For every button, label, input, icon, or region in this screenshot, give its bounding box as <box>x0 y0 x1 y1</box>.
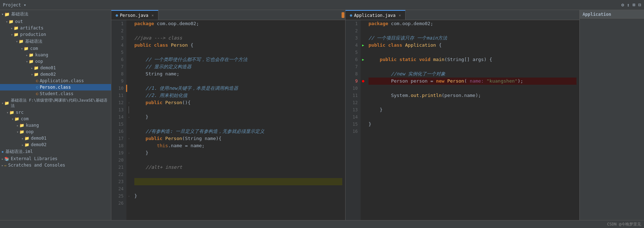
artifacts-label: artifacts <box>20 25 43 31</box>
com-label: com <box>30 46 38 51</box>
sidebar-item-application-class[interactable]: © Application.class <box>0 78 111 84</box>
sidebar-item-kuang[interactable]: ▸ 📁 kuang <box>0 52 111 58</box>
sidebar-item-com[interactable]: ▾ 📁 com <box>0 45 111 52</box>
oop-label: oop <box>35 59 43 64</box>
expand-icon[interactable]: ⊟ <box>638 2 641 8</box>
code-line-7: // 显示的定义构造器 <box>134 63 342 70</box>
com-folder-icon: 📁 <box>24 46 29 51</box>
r-line-15: } <box>369 121 576 128</box>
sidebar-item-artifacts[interactable]: ▸ 📁 artifacts <box>0 25 111 31</box>
sidebar-item-demo01[interactable]: ▸ 📁 demo01 <box>0 65 111 71</box>
oop2-folder-icon: 📁 <box>19 130 24 134</box>
sort-icon[interactable]: ↕ <box>627 2 630 8</box>
src-label: src <box>16 110 24 115</box>
sidebar-item-production[interactable]: ▾ 📁 production <box>0 31 111 38</box>
right-fold-gutter: ▶ ▶ ● <box>361 20 366 220</box>
project-dropdown-icon: ▾ <box>24 3 26 8</box>
code-line-10: //1. 使用new关键字，本质是在调用构造器 <box>134 85 342 92</box>
sidebar-item-demo02b[interactable]: ▸ 📁 demo02 <box>0 141 111 148</box>
out-label: out <box>15 19 23 24</box>
jichuyufa-src-label: 基础语法 F:\班级管理\网课班\代码\JavaSE\基础语法 <box>11 98 110 108</box>
r-line-13: } <box>369 106 576 113</box>
right-tab-application[interactable]: ● Application.java ✕ <box>346 10 406 20</box>
person-class-icon: © <box>36 85 38 90</box>
sidebar-root-item[interactable]: ▾ 📁 基础语法 <box>0 10 111 18</box>
com2-folder-icon: 📁 <box>14 117 19 121</box>
sidebar-item-kuang2[interactable]: ▸ 📁 kuang <box>0 122 111 129</box>
code-line-11: //2. 用来初始化值 <box>134 92 342 99</box>
sidebar-item-out[interactable]: ▾ 📁 out <box>0 18 111 25</box>
r-line-9: Person person = new Person( name: "kuang… <box>369 78 576 85</box>
application-tab-label: Application.java <box>354 13 396 18</box>
production-folder-icon: 📁 <box>14 32 19 37</box>
application-tab-icon: ● <box>350 13 352 18</box>
root-expand-arrow: ▾ <box>1 12 4 16</box>
settings-icon[interactable]: ⚙ <box>621 2 624 8</box>
code-line-16: //有参构造: 一旦定义了有参构造，无参就必须显示定义 <box>134 128 342 135</box>
kuang2-folder-icon: 📁 <box>19 123 24 128</box>
r-line-10 <box>369 85 576 92</box>
r-line-1: package com.oop.demo02; <box>369 20 576 27</box>
sidebar-item-jichuyufa-src[interactable]: ▾ 📁 基础语法 F:\班级管理\网课班\代码\JavaSE\基础语法 <box>0 97 111 109</box>
right-line-numbers: 1 2 3 4 5 6 7 8 9 10 11 12 13 14 15 16 <box>346 20 361 220</box>
sidebar-item-oop2[interactable]: ▾ 📁 oop <box>0 129 111 135</box>
sidebar-item-src[interactable]: ▾ 📁 src <box>0 109 111 116</box>
sidebar-item-iml[interactable]: ▪ 基础语法.iml <box>0 148 111 155</box>
sidebar: ▾ 📁 基础语法 ▾ 📁 out ▸ 📁 artifacts ▾ 📁 produ… <box>0 10 111 220</box>
layout-icon[interactable]: ⊞ <box>633 2 635 8</box>
com2-expand: ▾ <box>11 117 14 121</box>
bottom-bar: CSDN @今晚梦里见 <box>0 220 644 228</box>
project-dropdown[interactable]: Project ▾ <box>3 3 26 8</box>
jichuyufa-folder-icon: 📁 <box>19 39 24 44</box>
sidebar-item-scratches[interactable]: ▸ ✏ Scratches and Consoles <box>0 162 111 168</box>
left-code-area[interactable]: 1 2 3 4 5 6 7 8 9 10 11 12 13 14 <box>111 20 345 220</box>
sidebar-item-com2[interactable]: ▾ 📁 com <box>0 116 111 122</box>
r-line-4: public class Application { <box>369 42 576 49</box>
oop2-expand: ▾ <box>17 130 19 134</box>
external-label: External Libraries <box>11 156 57 161</box>
code-line-23 <box>134 178 342 185</box>
left-tab-person[interactable]: ● Person.java ✕ <box>111 10 158 20</box>
src-folder-icon: 📁 <box>9 110 14 115</box>
right-code-content[interactable]: package com.oop.demo02; // 一个项目应该只存 一个ma… <box>366 20 579 220</box>
r-line-11: System.out.println(person.name); <box>369 92 576 99</box>
r-line-16 <box>369 128 576 135</box>
left-scroll-marker <box>342 12 344 18</box>
student-class-icon: © <box>36 92 38 96</box>
code-line-8: String name; <box>134 70 342 78</box>
production-label: production <box>20 32 46 37</box>
demo01-expand: ▸ <box>31 66 33 70</box>
structure-panel-content <box>580 19 644 220</box>
demo01-folder-icon: 📁 <box>34 66 39 70</box>
right-code-area[interactable]: 1 2 3 4 5 6 7 8 9 10 11 12 13 14 15 16 <box>346 20 579 220</box>
jichuyufa-label: 基础语法 <box>25 38 42 45</box>
kuang-expand: ▸ <box>26 53 28 57</box>
jichuyufa-expand: ▾ <box>16 39 18 43</box>
r-line-12 <box>369 99 576 106</box>
sidebar-item-demo01b[interactable]: ▸ 📁 demo01 <box>0 135 111 141</box>
right-editor-pane: ● Application.java ✕ 1 2 3 4 5 6 7 8 <box>345 10 579 220</box>
com-expand: ▾ <box>21 47 23 51</box>
r-line-7 <box>369 63 576 70</box>
sidebar-item-person-class[interactable]: © Person.class <box>0 84 111 90</box>
person-tab-close[interactable]: ✕ <box>152 13 154 17</box>
sidebar-item-jichuyufa[interactable]: ▾ 📁 基础语法 <box>0 38 111 45</box>
code-line-15 <box>134 121 342 128</box>
code-line-26 <box>134 200 342 207</box>
sidebar-item-demo02[interactable]: ▾ 📁 demo02 <box>0 71 111 78</box>
sidebar-item-oop[interactable]: ▾ 📁 oop <box>0 58 111 65</box>
code-line-22 <box>134 171 342 178</box>
code-line-24 <box>134 185 342 192</box>
kuang2-label: kuang <box>26 123 39 128</box>
code-line-2 <box>134 27 342 34</box>
left-code-content[interactable]: package com.oop.demo02; //java ---> clas… <box>131 20 345 220</box>
code-line-17: public Person(String name){ <box>134 135 342 142</box>
src-expand: ▾ <box>6 111 9 115</box>
application-tab-close[interactable]: ✕ <box>399 13 401 17</box>
demo02-folder-icon: 📁 <box>34 72 39 77</box>
demo02-expand: ▾ <box>31 73 33 76</box>
sidebar-item-student-class[interactable]: © Student.class <box>0 90 111 97</box>
r-line-5 <box>369 49 576 56</box>
left-fold-gutter: - - - - - <box>126 20 131 220</box>
sidebar-item-external[interactable]: ▸ 📚 External Libraries <box>0 155 111 162</box>
